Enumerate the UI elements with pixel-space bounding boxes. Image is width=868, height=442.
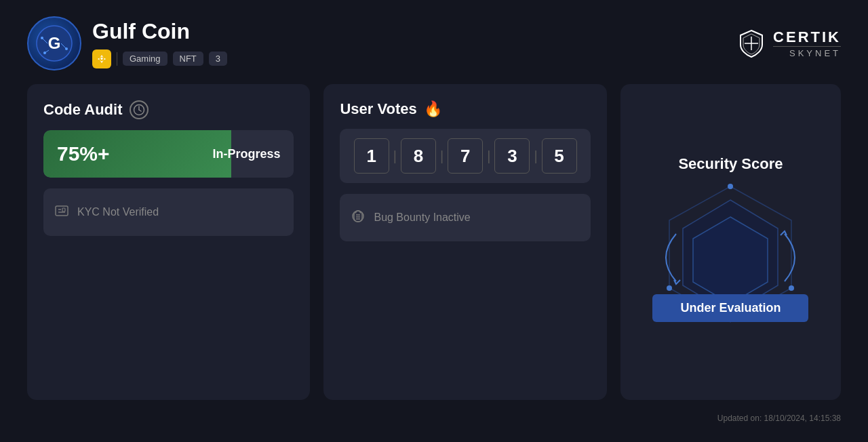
progress-bar: 75%+ In-Progress bbox=[43, 130, 294, 178]
svg-rect-19 bbox=[56, 206, 68, 216]
svg-line-18 bbox=[139, 110, 141, 111]
user-votes-card: User Votes 🔥 1 | 8 | 7 | 3 | 5 bbox=[323, 84, 606, 400]
header: G Gulf Coin bbox=[27, 16, 841, 71]
code-audit-title: Code Audit bbox=[43, 100, 294, 119]
coin-info: Gulf Coin Gaming NFT bbox=[92, 19, 227, 68]
bug-bounty-card: Bug Bounty Inactive bbox=[340, 194, 590, 241]
coin-title: Gulf Coin bbox=[92, 19, 227, 44]
svg-rect-22 bbox=[62, 208, 65, 212]
tag-nft[interactable]: NFT bbox=[173, 52, 203, 66]
code-audit-label: Code Audit bbox=[43, 101, 123, 119]
certik-sub: SKYNET bbox=[773, 46, 841, 58]
header-left: G Gulf Coin bbox=[27, 16, 227, 71]
vote-digit-5: 5 bbox=[542, 138, 577, 174]
svg-text:G: G bbox=[48, 34, 61, 52]
vote-sep-3: | bbox=[487, 148, 490, 164]
security-score-title: Security Score bbox=[678, 155, 783, 173]
tag-divider bbox=[117, 52, 117, 66]
vote-digit-3: 7 bbox=[448, 138, 483, 174]
vote-digit-2: 8 bbox=[401, 138, 436, 174]
cards-row: Code Audit 75%+ In-Progress bbox=[27, 84, 841, 400]
security-score-card: Security Score bbox=[620, 84, 841, 400]
updated-timestamp: Updated on: 18/10/2024, 14:15:38 bbox=[717, 414, 841, 423]
svg-point-28 bbox=[667, 285, 672, 291]
kyc-text: KYC Not Verified bbox=[77, 206, 159, 218]
svg-point-29 bbox=[789, 285, 794, 291]
progress-status: In-Progress bbox=[212, 147, 280, 161]
certik-logo: CERTIK SKYNET bbox=[736, 28, 841, 58]
user-votes-title: User Votes 🔥 bbox=[340, 100, 590, 118]
page: G Gulf Coin bbox=[0, 0, 868, 442]
tag-number[interactable]: 3 bbox=[209, 52, 227, 66]
progress-fill: 75%+ bbox=[43, 130, 231, 178]
svg-point-27 bbox=[728, 184, 733, 189]
coin-logo: G bbox=[27, 16, 81, 71]
tag-gaming[interactable]: Gaming bbox=[123, 52, 167, 66]
user-votes-label: User Votes bbox=[340, 100, 416, 118]
certik-shield-icon bbox=[736, 28, 766, 58]
certik-text: CERTIK SKYNET bbox=[773, 28, 841, 58]
votes-container: 1 | 8 | 7 | 3 | 5 bbox=[340, 129, 590, 183]
kyc-card: KYC Not Verified bbox=[43, 188, 294, 236]
clock-icon bbox=[130, 100, 149, 119]
under-evaluation-badge: Under Evaluation bbox=[652, 294, 808, 322]
tags-row: Gaming NFT 3 bbox=[92, 49, 227, 68]
bnb-icon bbox=[92, 49, 111, 68]
kyc-icon bbox=[54, 203, 69, 222]
footer: Updated on: 18/10/2024, 14:15:38 bbox=[27, 414, 841, 426]
vote-sep-4: | bbox=[534, 148, 537, 164]
vote-sep-1: | bbox=[393, 148, 397, 164]
progress-percent: 75%+ bbox=[57, 142, 110, 165]
code-audit-card: Code Audit 75%+ In-Progress bbox=[27, 84, 310, 400]
bug-bounty-text: Bug Bounty Inactive bbox=[374, 212, 470, 224]
bug-bounty-icon bbox=[351, 209, 366, 227]
flame-icon: 🔥 bbox=[424, 100, 442, 118]
vote-digit-1: 1 bbox=[354, 138, 389, 174]
certik-name: CERTIK bbox=[773, 28, 841, 46]
vote-sep-2: | bbox=[440, 148, 443, 164]
hexagon-container: Under Evaluation bbox=[642, 180, 818, 329]
vote-digit-4: 3 bbox=[494, 138, 530, 174]
